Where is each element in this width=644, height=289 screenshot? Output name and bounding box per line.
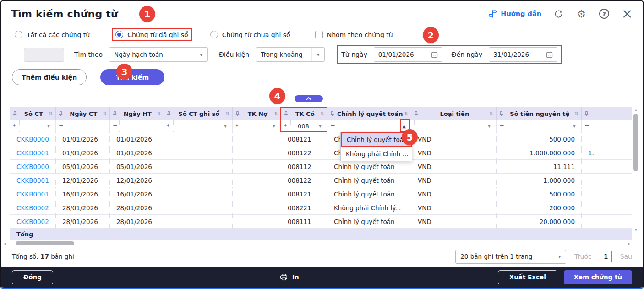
close-button[interactable]: Đóng [12,270,53,284]
chevron-down-icon[interactable]: ▾ [570,124,579,129]
filter-operator[interactable]: * [167,123,173,130]
chevron-down-icon[interactable]: ▾ [485,124,493,129]
pin-icon[interactable] [284,111,288,117]
column-header-chinh_ly[interactable]: Chỉnh lý quyết toán⇅ [327,107,411,120]
pin-icon[interactable] [330,111,334,117]
filter-operator[interactable]: = [59,123,65,130]
sort-icon[interactable]: ⇅ [575,111,579,116]
help-icon[interactable]: ? [598,8,610,20]
pin-icon[interactable] [167,111,171,117]
menu-item-chinh-ly-quyet-toan[interactable]: Chỉnh lý quyết toán [341,132,412,147]
filter-input[interactable] [506,120,570,132]
filter-input[interactable] [119,120,161,132]
filter-input[interactable] [591,120,629,132]
scroll-down-icon[interactable]: ▾ [633,228,639,232]
prev-page-button[interactable]: Trước [574,253,591,260]
chevron-down-icon[interactable]: ▾ [44,124,53,129]
filter-input[interactable] [173,120,221,132]
sort-icon[interactable]: ⇅ [274,111,278,116]
column-header-ngay_ct[interactable]: Ngày CT⇅ [56,107,110,120]
horizontal-scroll-thumb[interactable] [16,241,74,245]
filter-input[interactable] [337,120,400,132]
filter-operator[interactable]: = [499,123,506,130]
view-document-button[interactable]: Xem chứng từ [564,270,632,284]
help-guide-link[interactable]: Hướng dẫn [488,10,541,18]
sort-icon[interactable]: ⇅ [103,111,107,116]
add-condition-button[interactable]: Thêm điều kiện [12,69,87,85]
pin-icon[interactable] [414,111,418,117]
scroll-up-icon[interactable]: ▴ [633,108,639,112]
filter-operator[interactable]: = [113,123,119,130]
chevron-down-icon[interactable]: ▾ [221,124,229,129]
condition-select[interactable]: Trong khoảng ▾ [256,47,325,62]
pin-icon[interactable] [499,111,503,117]
gear-icon[interactable]: ⚙ [575,8,587,20]
calendar-icon[interactable] [546,51,553,58]
filter-operator[interactable]: * [235,123,242,130]
filter-input[interactable] [242,120,270,132]
pin-icon[interactable] [13,111,17,117]
filter-input[interactable]: 008 [290,120,316,132]
filter-operator[interactable]: = [584,123,591,130]
print-button[interactable]: In [279,273,299,281]
document-link[interactable]: CKKB00022 [16,204,49,212]
to-date-input[interactable]: 31/01/2026 [489,47,557,62]
export-excel-button[interactable]: Xuất Excel [498,270,557,284]
column-header-tk_no[interactable]: TK Nợ⇅ [233,107,281,120]
sort-icon[interactable]: ⇅ [490,111,493,116]
vertical-scroll-thumb[interactable] [633,114,638,171]
horizontal-scrollbar[interactable]: ◂ ▸ [4,241,631,246]
radio-unposted-documents[interactable]: Chứng từ chưa ghi sổ [207,28,294,41]
chevron-down-icon[interactable]: ▾ [316,124,324,129]
filter-input[interactable] [65,120,107,132]
filter-input[interactable] [414,120,485,132]
current-page-number[interactable]: 1 [600,251,612,262]
column-header-extra[interactable] [582,107,632,120]
pin-icon[interactable] [113,111,117,117]
column-header-loai_tien[interactable]: Loại tiền⇅ [411,107,497,120]
document-link[interactable]: CKKB00014 [16,149,49,157]
calendar-icon[interactable] [431,51,438,58]
sort-icon[interactable]: ⇅ [321,111,324,116]
from-date-input[interactable]: 01/01/2026 [374,47,442,62]
sort-icon[interactable]: ⇅ [404,111,408,116]
collapse-filter-button[interactable] [295,95,323,102]
document-link[interactable]: CKKB00006 [16,163,49,170]
pin-icon[interactable] [235,111,240,117]
close-icon[interactable]: × [621,8,633,20]
column-header-so_ct_ghi_so[interactable]: Số CT ghi sổ⇅ [164,107,233,120]
sort-icon[interactable]: ⇅ [49,111,53,116]
checkbox-group-by-document[interactable]: Nhóm theo chứng từ [311,28,397,41]
sort-icon[interactable]: ⇅ [226,111,229,116]
search-button[interactable]: Tìm kiếm [100,69,164,85]
chevron-up-icon[interactable]: ▲ [400,124,408,129]
column-header-tk_co[interactable]: TK Có⇅ [281,107,327,120]
scroll-right-icon[interactable]: ▸ [628,241,630,246]
chevron-down-icon[interactable]: ▾ [270,124,278,129]
document-link[interactable]: CKKB00024 [16,218,49,225]
keyword-input[interactable] [24,48,64,62]
filter-operator[interactable]: = [330,123,337,130]
vertical-scrollbar[interactable]: ▴ ▾ [633,108,639,232]
page-size-select[interactable]: 20 bản ghi trên 1 trang ▾ [455,250,566,264]
scroll-left-icon[interactable]: ◂ [4,241,6,246]
radio-posted-documents[interactable]: Chứng từ đã ghi sổ [112,28,191,41]
sort-icon[interactable]: ⇅ [157,111,161,116]
refresh-icon[interactable] [552,8,564,20]
document-link[interactable]: CKKB00011 [16,191,49,198]
document-link[interactable]: CKKB00016 [16,177,49,184]
pin-icon[interactable] [584,111,589,117]
filter-input[interactable] [19,120,44,132]
next-page-button[interactable]: Sau [620,253,632,260]
column-header-so_ct[interactable]: Số CT⇅ [10,107,56,120]
column-header-ngay_ht[interactable]: Ngày HT⇅ [110,107,164,120]
column-header-so_tien[interactable]: Số tiền nguyên tệ⇅ [497,107,582,120]
filter-operator[interactable]: * [284,123,290,130]
document-link[interactable]: CKKB00002 [16,136,49,143]
filter-operator[interactable]: * [13,123,19,130]
radio-all-documents[interactable]: Tất cả các chứng từ [11,28,93,41]
menu-item-khong-phai-chinh-ly[interactable]: Không phải Chỉnh ... [341,147,412,161]
table-header-row: Số CT⇅Ngày CT⇅Ngày HT⇅Số CT ghi sổ⇅TK Nợ… [10,107,632,120]
pin-icon[interactable] [59,111,63,117]
search-by-select[interactable]: Ngày hạch toán ▾ [109,47,208,62]
